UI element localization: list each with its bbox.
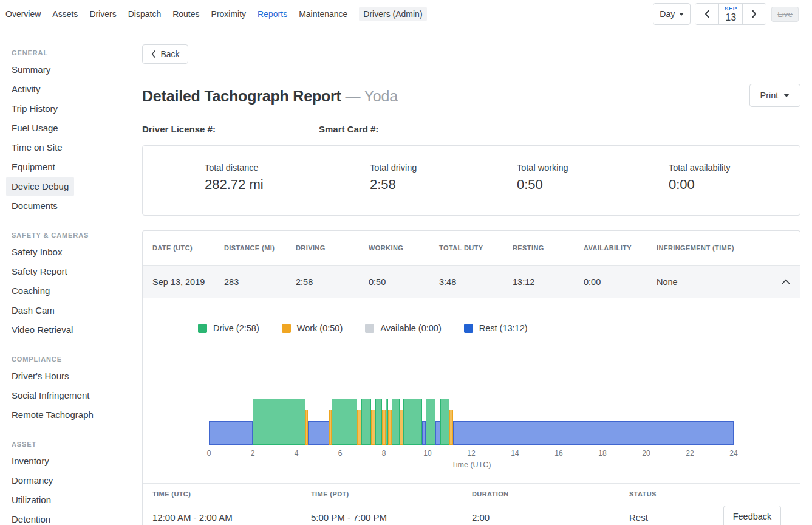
legend-work[interactable]: Work (0:50): [282, 323, 343, 333]
date-month: SEP: [725, 5, 737, 12]
sidebar-item-time-on-site[interactable]: Time on Site: [12, 138, 63, 157]
sidebar-item-device-debug[interactable]: Device Debug: [6, 177, 74, 196]
chevron-left-icon: [704, 9, 710, 19]
feedback-button[interactable]: Feedback: [723, 506, 781, 525]
x-tick-label: 8: [382, 449, 386, 458]
sidebar-item-coaching[interactable]: Coaching: [12, 281, 50, 301]
nav-maintenance[interactable]: Maintenance: [299, 9, 347, 19]
stat-total-driving: Total driving 2:58: [370, 163, 517, 215]
next-day-button[interactable]: [743, 4, 766, 24]
chart-segment-drive: [392, 399, 400, 445]
print-label: Print: [760, 91, 779, 100]
date-day: 13: [725, 13, 736, 22]
col-date-utc: DATE (UTC): [152, 244, 224, 252]
back-label: Back: [160, 49, 179, 59]
collapse-row-button[interactable]: [782, 279, 790, 284]
chart-segment-rest: [209, 421, 253, 445]
sidebar-item-safety-report[interactable]: Safety Report: [12, 262, 67, 281]
x-tick-label: 10: [423, 449, 431, 458]
live-button[interactable]: Live: [771, 7, 799, 22]
sidebar-item-dormancy[interactable]: Dormancy: [12, 471, 53, 490]
x-tick-label: 16: [554, 449, 562, 458]
stat-total-availability: Total availability 0:00: [669, 163, 800, 215]
sidebar-item-utilization[interactable]: Utilization: [12, 490, 51, 510]
print-dropdown-button[interactable]: Print: [749, 84, 800, 107]
table-row[interactable]: Sep 13, 2019 283 2:58 0:50 3:48 13:12 0:…: [143, 266, 800, 298]
chevron-left-icon: [151, 50, 156, 58]
x-tick-label: 22: [686, 449, 694, 458]
period-label: Day: [660, 9, 675, 19]
x-tick-label: 20: [642, 449, 650, 458]
chart-segment-drive: [332, 399, 357, 445]
sidebar-section-asset: ASSET: [12, 441, 142, 448]
x-tick-label: 0: [207, 449, 211, 458]
nav-routes[interactable]: Routes: [172, 9, 199, 19]
nav-assets[interactable]: Assets: [52, 9, 78, 19]
chart-x-axis: 024681012141618202224: [209, 449, 734, 458]
period-dropdown-button[interactable]: Day: [653, 3, 691, 25]
sidebar-item-drivers-hours[interactable]: Driver's Hours: [12, 366, 69, 386]
sidebar-item-documents[interactable]: Documents: [12, 196, 58, 216]
work-swatch-icon: [282, 324, 291, 333]
cell-infringement: None: [657, 277, 763, 287]
legend-rest[interactable]: Rest (13:12): [464, 323, 528, 333]
page-title: Detailed Tachograph Report — Yoda: [142, 88, 398, 105]
sidebar-section-safety-cameras: SAFETY & CAMERAS: [12, 232, 142, 239]
chevron-down-icon: [679, 13, 684, 16]
rest-swatch-icon: [464, 324, 473, 333]
nav-proximity[interactable]: Proximity: [211, 9, 247, 19]
cell-time-utc: 12:00 AM - 2:00 AM: [152, 512, 311, 523]
summary-card: Total distance 282.72 mi Total driving 2…: [142, 145, 800, 216]
col-availability: AVAILABILITY: [584, 244, 657, 252]
chart-segment-work: [357, 410, 361, 445]
cell-total-duty: 3:48: [439, 277, 513, 287]
sidebar-item-remote-tachograph[interactable]: Remote Tachograph: [12, 405, 94, 425]
col-working: WORKING: [369, 244, 439, 252]
available-swatch-icon: [365, 324, 374, 333]
nav-drivers-admin[interactable]: Drivers (Admin): [359, 7, 426, 21]
sidebar-item-video-retrieval[interactable]: Video Retrieval: [12, 320, 73, 340]
sidebar-section-general: GENERAL: [12, 49, 142, 57]
prev-day-button[interactable]: [695, 4, 718, 24]
cell-resting: 13:12: [513, 277, 584, 287]
col-resting: RESTING: [513, 244, 584, 252]
cell-time-pdt: 5:00 PM - 7:00 PM: [311, 512, 472, 523]
chevron-up-icon: [782, 279, 790, 284]
col-distance: DISTANCE (MI): [224, 244, 296, 252]
sidebar-item-safety-inbox[interactable]: Safety Inbox: [12, 242, 62, 262]
col-time-pdt: TIME (PDT): [311, 490, 472, 498]
chart-segment-drive: [361, 399, 372, 445]
chart-segment-rest: [435, 421, 440, 445]
x-tick-label: 2: [251, 449, 255, 458]
main-content: Back Detailed Tachograph Report — Yoda P…: [142, 28, 800, 525]
sidebar-item-trip-history[interactable]: Trip History: [12, 99, 58, 118]
sidebar-item-activity[interactable]: Activity: [12, 80, 41, 99]
chart-segment-work: [400, 410, 403, 445]
col-total-duty: TOTAL DUTY: [439, 244, 513, 252]
nav-drivers[interactable]: Drivers: [89, 9, 116, 19]
col-duration: DURATION: [472, 490, 629, 498]
back-button[interactable]: Back: [142, 44, 188, 64]
sidebar-item-inventory[interactable]: Inventory: [12, 451, 49, 471]
driver-name: — Yoda: [345, 88, 397, 105]
nav-reports[interactable]: Reports: [258, 9, 287, 19]
sidebar-item-equipment[interactable]: Equipment: [12, 157, 55, 177]
nav-dispatch[interactable]: Dispatch: [128, 9, 161, 19]
sidebar-item-social-infringement[interactable]: Social Infringement: [12, 386, 89, 405]
x-tick-label: 18: [598, 449, 606, 458]
chart-segment-rest: [453, 421, 734, 445]
col-driving: DRIVING: [296, 244, 369, 252]
sidebar-item-fuel-usage[interactable]: Fuel Usage: [12, 118, 58, 138]
legend-drive[interactable]: Drive (2:58): [198, 323, 259, 333]
sidebar-item-detention[interactable]: Detention: [12, 510, 50, 525]
legend-available[interactable]: Available (0:00): [365, 323, 442, 333]
sidebar-section-compliance: COMPLIANCE: [12, 355, 142, 363]
nav-overview[interactable]: Overview: [5, 9, 41, 19]
sidebar-item-dash-cam[interactable]: Dash Cam: [12, 301, 55, 320]
current-date-display[interactable]: SEP 13: [718, 4, 743, 24]
sidebar-item-summary[interactable]: Summary: [12, 60, 50, 80]
detail-table-row[interactable]: 12:00 AM - 2:00 AM 5:00 PM - 7:00 PM 2:0…: [143, 504, 800, 523]
chart-plot-area: [209, 397, 734, 445]
chart-segment-drive: [440, 399, 449, 445]
x-tick-label: 24: [729, 449, 737, 458]
